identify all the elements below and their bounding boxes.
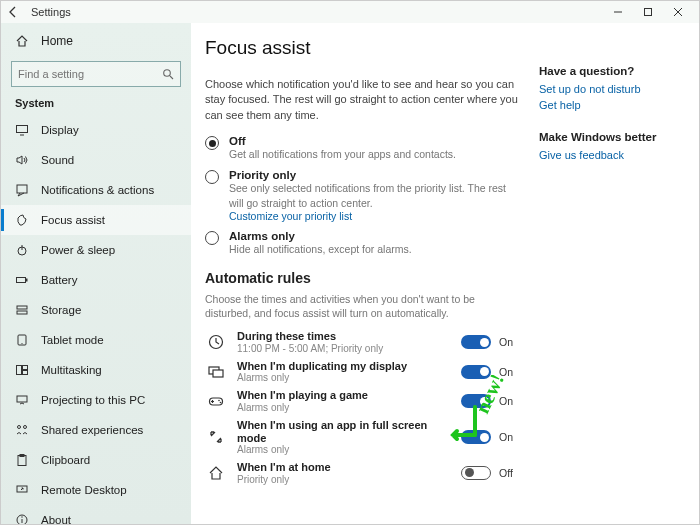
rule-sub: Alarms only bbox=[237, 444, 453, 455]
search-input[interactable] bbox=[18, 68, 162, 80]
sidebar-item-label: Storage bbox=[41, 304, 81, 316]
rule-toggle[interactable] bbox=[461, 365, 491, 379]
rule-game[interactable]: When I'm playing a gameAlarms only On bbox=[205, 389, 519, 413]
link-get-help[interactable]: Get help bbox=[539, 99, 687, 111]
toggle-state: Off bbox=[499, 467, 519, 479]
minimize-button[interactable] bbox=[603, 1, 633, 23]
close-button[interactable] bbox=[663, 1, 693, 23]
option-title: Priority only bbox=[229, 169, 519, 181]
search-icon bbox=[162, 68, 174, 80]
sidebar-search[interactable] bbox=[11, 61, 181, 87]
rules-desc: Choose the times and activities when you… bbox=[205, 292, 519, 320]
rule-sub: Priority only bbox=[237, 474, 453, 485]
sidebar-item-clipboard[interactable]: Clipboard bbox=[1, 445, 191, 475]
sidebar-item-label: Projecting to this PC bbox=[41, 394, 145, 406]
sidebar-section-label: System bbox=[1, 97, 191, 115]
svg-rect-4 bbox=[17, 126, 28, 133]
sidebar-nav: Display Sound Notifications & actions Fo… bbox=[1, 115, 191, 524]
svg-rect-12 bbox=[17, 311, 27, 314]
radio-icon[interactable] bbox=[205, 231, 219, 245]
home-rule-icon bbox=[205, 462, 227, 484]
rule-title: During these times bbox=[237, 330, 453, 343]
rule-sub: 11:00 PM - 5:00 AM; Priority only bbox=[237, 343, 453, 354]
sidebar-home[interactable]: Home bbox=[1, 27, 191, 55]
radio-icon[interactable] bbox=[205, 136, 219, 150]
fullscreen-icon bbox=[205, 426, 227, 448]
titlebar: Settings bbox=[1, 1, 699, 23]
sidebar-item-storage[interactable]: Storage bbox=[1, 295, 191, 325]
sidebar-item-label: About bbox=[41, 514, 71, 524]
clock-icon bbox=[205, 331, 227, 353]
main: Focus assist Choose which notification y… bbox=[191, 23, 699, 524]
priority-link[interactable]: Customize your priority list bbox=[229, 210, 519, 222]
sidebar-item-label: Tablet mode bbox=[41, 334, 104, 346]
option-alarms[interactable]: Alarms only Hide all notifications, exce… bbox=[205, 230, 519, 256]
toggle-state: On bbox=[499, 366, 519, 378]
sidebar-item-focus-assist[interactable]: Focus assist bbox=[1, 205, 191, 235]
svg-point-19 bbox=[18, 426, 21, 429]
rule-sub: Alarms only bbox=[237, 372, 453, 383]
projecting-icon bbox=[13, 393, 31, 407]
question-heading: Have a question? bbox=[539, 65, 687, 77]
sidebar-item-tablet[interactable]: Tablet mode bbox=[1, 325, 191, 355]
game-icon bbox=[205, 390, 227, 412]
rule-toggle[interactable] bbox=[461, 394, 491, 408]
about-icon bbox=[13, 513, 31, 524]
sidebar-item-display[interactable]: Display bbox=[1, 115, 191, 145]
feedback-heading: Make Windows better bbox=[539, 131, 687, 143]
rule-title: When I'm at home bbox=[237, 461, 453, 474]
home-icon bbox=[13, 34, 31, 48]
multitask-icon bbox=[13, 363, 31, 377]
svg-rect-1 bbox=[645, 9, 652, 16]
sidebar-item-label: Multitasking bbox=[41, 364, 102, 376]
option-desc: Hide all notifications, except for alarm… bbox=[229, 242, 412, 256]
rule-fullscreen[interactable]: When I'm using an app in full screen mod… bbox=[205, 419, 519, 455]
rule-sub: Alarms only bbox=[237, 402, 453, 413]
sidebar-item-battery[interactable]: Battery bbox=[1, 265, 191, 295]
svg-rect-11 bbox=[17, 306, 27, 309]
duplicate-display-icon bbox=[205, 361, 227, 383]
sidebar-item-label: Notifications & actions bbox=[41, 184, 154, 196]
sidebar-item-projecting[interactable]: Projecting to this PC bbox=[1, 385, 191, 415]
svg-rect-16 bbox=[23, 366, 28, 370]
rules-heading: Automatic rules bbox=[205, 270, 519, 286]
svg-rect-15 bbox=[17, 366, 22, 375]
sidebar-item-notifications[interactable]: Notifications & actions bbox=[1, 175, 191, 205]
page-lead: Choose which notification you'd like to … bbox=[205, 77, 519, 123]
svg-point-20 bbox=[24, 426, 27, 429]
back-button[interactable] bbox=[7, 6, 23, 18]
rule-toggle[interactable] bbox=[461, 430, 491, 444]
rule-toggle[interactable] bbox=[461, 466, 491, 480]
sidebar-item-about[interactable]: About bbox=[1, 505, 191, 524]
option-off[interactable]: Off Get all notifications from your apps… bbox=[205, 135, 519, 161]
radio-icon[interactable] bbox=[205, 170, 219, 184]
sidebar-item-label: Remote Desktop bbox=[41, 484, 127, 496]
sidebar-item-shared[interactable]: Shared experiences bbox=[1, 415, 191, 445]
toggle-state: On bbox=[499, 431, 519, 443]
svg-rect-17 bbox=[23, 371, 28, 375]
sidebar-item-power[interactable]: Power & sleep bbox=[1, 235, 191, 265]
battery-icon bbox=[13, 273, 31, 287]
maximize-button[interactable] bbox=[633, 1, 663, 23]
rule-home[interactable]: When I'm at homePriority only Off bbox=[205, 461, 519, 485]
svg-point-14 bbox=[21, 343, 22, 344]
option-priority[interactable]: Priority only See only selected notifica… bbox=[205, 169, 519, 221]
power-icon bbox=[13, 243, 31, 257]
svg-rect-10 bbox=[26, 279, 28, 282]
option-title: Off bbox=[229, 135, 456, 147]
shared-icon bbox=[13, 423, 31, 437]
rule-toggle[interactable] bbox=[461, 335, 491, 349]
link-feedback[interactable]: Give us feedback bbox=[539, 149, 687, 161]
link-do-not-disturb[interactable]: Set up do not disturb bbox=[539, 83, 687, 95]
rule-times[interactable]: During these times11:00 PM - 5:00 AM; Pr… bbox=[205, 330, 519, 354]
rule-title: When I'm using an app in full screen mod… bbox=[237, 419, 453, 444]
svg-point-2 bbox=[164, 70, 171, 77]
rule-duplicate-display[interactable]: When I'm duplicating my displayAlarms on… bbox=[205, 360, 519, 384]
sidebar-item-label: Shared experiences bbox=[41, 424, 143, 436]
sidebar-item-remote[interactable]: Remote Desktop bbox=[1, 475, 191, 505]
right-column: Have a question? Set up do not disturb G… bbox=[539, 23, 699, 524]
page-title: Focus assist bbox=[205, 37, 519, 59]
sidebar-item-sound[interactable]: Sound bbox=[1, 145, 191, 175]
sidebar-item-multitask[interactable]: Multitasking bbox=[1, 355, 191, 385]
storage-icon bbox=[13, 303, 31, 317]
